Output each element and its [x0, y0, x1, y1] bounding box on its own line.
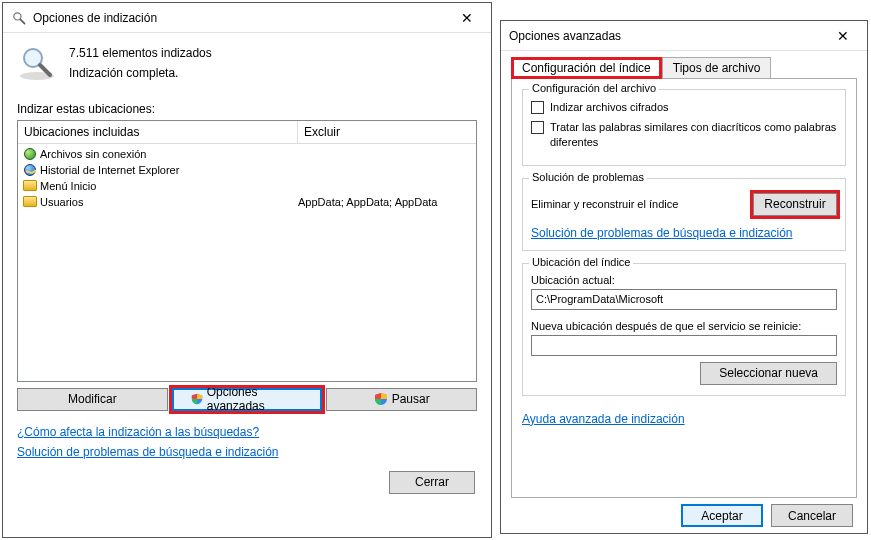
locations-list[interactable]: Ubicaciones incluidas Excluir Archivos s…: [17, 120, 477, 382]
folder-icon: [22, 195, 38, 209]
titlebar[interactable]: Opciones de indización ✕: [3, 3, 491, 33]
advanced-options-dialog: Opciones avanzadas ✕ Configuración del í…: [500, 20, 868, 534]
shield-icon: [191, 392, 203, 406]
col-exclude[interactable]: Excluir: [298, 121, 476, 143]
file-config-group: Configuración del archivo Indizar archiv…: [522, 89, 846, 166]
diacritics-label: Tratar las palabras similares con diacrí…: [550, 120, 837, 149]
list-item[interactable]: Menú Inicio: [18, 178, 476, 194]
tab-index-config[interactable]: Configuración del índice: [511, 57, 662, 79]
tab-panel: Configuración del archivo Indizar archiv…: [511, 78, 857, 498]
list-item[interactable]: Archivos sin conexión: [18, 146, 476, 162]
titlebar[interactable]: Opciones avanzadas ✕: [501, 21, 867, 51]
rebuild-button[interactable]: Reconstruir: [753, 193, 837, 216]
new-location-field[interactable]: [531, 335, 837, 356]
close-icon[interactable]: ✕: [827, 24, 859, 48]
modify-button[interactable]: Modificar: [17, 388, 168, 411]
tabs: Configuración del índice Tipos de archiv…: [511, 57, 857, 79]
search-icon: [11, 10, 27, 26]
locations-label: Indizar estas ubicaciones:: [17, 102, 477, 116]
tab-file-types[interactable]: Tipos de archivo: [662, 57, 772, 79]
troubleshoot-group: Solución de problemas Eliminar y reconst…: [522, 178, 846, 251]
indexing-options-dialog: Opciones de indización ✕ 7.511 elementos…: [2, 2, 492, 538]
pause-button[interactable]: Pausar: [326, 388, 477, 411]
folder-icon: [22, 179, 38, 193]
diacritics-checkbox[interactable]: [531, 121, 544, 134]
troubleshoot-link[interactable]: Solución de problemas de búsqueda e indi…: [17, 445, 279, 459]
new-location-label: Nueva ubicación después de que el servic…: [531, 320, 837, 332]
magnifier-icon: [17, 43, 57, 83]
globe-icon: [22, 147, 38, 161]
rebuild-label: Eliminar y reconstruir el índice: [531, 198, 678, 210]
list-header: Ubicaciones incluidas Excluir: [18, 121, 476, 144]
select-new-button[interactable]: Seleccionar nueva: [700, 362, 837, 385]
indexing-status: Indización completa.: [69, 63, 212, 83]
dialog-title: Opciones de indización: [33, 11, 451, 25]
close-icon[interactable]: ✕: [451, 6, 483, 30]
advanced-options-button[interactable]: Opciones avanzadas: [172, 388, 323, 411]
indexed-count: 7.511 elementos indizados: [69, 43, 212, 63]
list-item[interactable]: Historial de Internet Explorer: [18, 162, 476, 178]
shield-icon: [374, 392, 388, 406]
encrypted-label: Indizar archivos cifrados: [550, 100, 669, 114]
group-legend: Ubicación del índice: [529, 256, 633, 268]
current-location-field[interactable]: [531, 289, 837, 310]
group-legend: Configuración del archivo: [529, 82, 659, 94]
encrypted-checkbox[interactable]: [531, 101, 544, 114]
svg-line-1: [20, 19, 24, 23]
troubleshoot-link[interactable]: Solución de problemas de búsqueda e indi…: [531, 226, 793, 240]
ie-icon: [22, 163, 38, 177]
ok-button[interactable]: Aceptar: [681, 504, 763, 527]
advanced-help-link[interactable]: Ayuda avanzada de indización: [522, 412, 685, 426]
col-included[interactable]: Ubicaciones incluidas: [18, 121, 298, 143]
cancel-button[interactable]: Cancelar: [771, 504, 853, 527]
how-link[interactable]: ¿Cómo afecta la indización a las búsqued…: [17, 425, 259, 439]
list-item[interactable]: Usuarios AppData; AppData; AppData: [18, 194, 476, 210]
index-location-group: Ubicación del índice Ubicación actual: N…: [522, 263, 846, 396]
current-location-label: Ubicación actual:: [531, 274, 837, 286]
close-button[interactable]: Cerrar: [389, 471, 475, 494]
dialog-title: Opciones avanzadas: [509, 29, 827, 43]
group-legend: Solución de problemas: [529, 171, 647, 183]
